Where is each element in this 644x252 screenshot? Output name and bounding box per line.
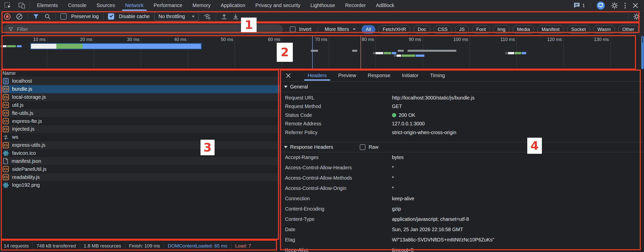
inspect-element-icon[interactable] [4,2,12,9]
request-row-util-js[interactable]: util.js [0,101,280,109]
tab-sources[interactable]: Sources [97,0,115,11]
network-conditions-icon[interactable] [203,13,211,20]
request-timing-bar[interactable] [17,45,22,47]
request-timing-bar[interactable] [508,52,514,54]
chip-font[interactable]: Font [472,25,490,34]
request-row-readability-js[interactable]: readability.js [0,173,280,181]
close-details-icon[interactable] [285,72,292,79]
tab-recorder[interactable]: Recorder [345,0,366,11]
request-row-injected-js[interactable]: injected.js [0,125,280,133]
tab-adblock[interactable]: AdBlock [376,0,394,11]
request-row-localhost[interactable]: localhost [0,77,280,85]
tab-performance[interactable]: Performance [154,0,183,11]
request-row-bundle-js[interactable]: bundle.js [0,85,280,93]
chip-js[interactable]: JS [455,25,469,34]
record-network-log-icon[interactable] [4,13,11,20]
request-timing-bar[interactable] [7,45,16,47]
request-timing-bar[interactable] [3,45,7,47]
overview-tick-label: 100 ms [446,37,468,42]
settings-gear-icon[interactable] [611,2,618,9]
raw-headers-checkbox[interactable] [360,144,366,150]
request-row-fte-utils-js[interactable]: fte-utils.js [0,109,280,117]
export-har-icon[interactable] [232,13,239,20]
response-headers-section-header[interactable]: Response Headers Raw [280,142,644,152]
chip-other[interactable]: Other [618,25,639,34]
chip-socket[interactable]: Socket [567,25,590,34]
tab-memory[interactable]: Memory [192,0,211,11]
name-column-header[interactable]: Name [0,70,280,77]
close-devtools-icon[interactable] [632,2,639,9]
response-header-rows: Accept-RangesbytesAccess-Control-Allow-H… [280,152,644,252]
throttling-select[interactable]: No throttling [154,12,199,21]
header-row-keep-alive: Keep-Alivetimeout=5 [280,245,644,252]
import-har-icon[interactable] [221,13,228,20]
request-timing-bar[interactable] [31,44,56,49]
filter-input-container[interactable] [4,24,283,34]
device-toolbar-icon[interactable] [18,2,26,9]
request-timing-bar[interactable] [397,55,401,57]
disable-cache-checkbox[interactable] [108,13,114,20]
request-row-express-utils-js[interactable]: express-utils.js [0,141,280,149]
details-tab-preview[interactable]: Preview [338,70,356,81]
search-icon[interactable] [44,13,51,20]
clear-network-log-icon[interactable] [16,13,23,20]
request-timing-bar[interactable] [505,52,508,54]
request-row-ws[interactable]: ws [0,133,280,141]
chip-css[interactable]: CSS [433,25,452,34]
header-value: GET [392,104,644,109]
tab-lighthouse[interactable]: Lighthouse [310,0,335,11]
network-overview-timeline[interactable]: 10 ms20 ms30 ms40 ms50 ms60 ms70 ms80 ms… [0,36,644,70]
request-timing-bar[interactable] [1,45,2,47]
tab-console[interactable]: Console [68,0,86,11]
tab-network[interactable]: Network [125,0,143,11]
header-row-status-code: Status Code200 OK [280,111,644,120]
chip-fetch-xhr[interactable]: Fetch/XHR [378,25,410,34]
request-timing-bar[interactable] [408,50,456,52]
general-section-header[interactable]: General [280,82,644,92]
request-row-local-storage-js[interactable]: local-storage.js [0,93,280,101]
request-timing-bar[interactable] [56,44,82,49]
request-timing-bar[interactable] [376,52,383,54]
details-tab-timing[interactable]: Timing [430,70,445,81]
chip-wasm[interactable]: Wasm [593,25,615,34]
request-name: sidePanelUtil.js [12,166,47,172]
feedback-chat-icon[interactable] [573,2,581,9]
request-timing-bar[interactable] [416,55,424,57]
request-timing-bar[interactable] [384,52,391,54]
request-timing-bar[interactable] [82,44,201,49]
request-row-manifest-json[interactable]: manifest.json [0,157,280,165]
request-timing-bar[interactable] [352,50,357,52]
more-options-kebab-icon[interactable] [624,2,626,9]
tab-application[interactable]: Application [221,0,245,11]
request-timing-bar[interactable] [398,50,404,52]
request-timing-bar[interactable] [394,55,397,57]
tab-privacy-and-security[interactable]: Privacy and security [255,0,300,11]
request-timing-bar[interactable] [401,55,415,57]
request-timing-bar[interactable] [522,52,527,54]
more-filters-button[interactable]: More filters [325,26,356,32]
chip-doc[interactable]: Doc [413,25,430,34]
overview-scrollbar-thumb[interactable] [641,36,644,69]
request-timing-bar[interactable] [373,52,376,54]
request-row-favicon-ico[interactable]: favicon.ico [0,149,280,157]
chip-all[interactable]: All [361,25,375,34]
preserve-log-checkbox[interactable] [60,13,67,20]
details-tab-initiator[interactable]: Initiator [402,70,419,81]
request-row-sidepanelutil-js[interactable]: sidePanelUtil.js [0,165,280,173]
chip-manifest[interactable]: Manifest [537,25,564,34]
invert-checkbox[interactable] [290,26,296,32]
request-timing-bar[interactable] [392,52,396,54]
filter-funnel-icon[interactable] [32,13,39,20]
request-timing-bar[interactable] [311,50,318,52]
details-tab-headers[interactable]: Headers [308,70,327,81]
chip-img[interactable]: Img [493,25,510,34]
details-tab-response[interactable]: Response [368,70,390,81]
chip-media[interactable]: Media [513,25,534,34]
gemini-assistant-icon[interactable] [596,1,605,10]
request-timing-bar[interactable] [515,52,521,54]
request-row-logo192-png[interactable]: logo192.png [0,181,280,189]
request-row-express-fte-js[interactable]: express-fte.js [0,117,280,125]
network-settings-gear-icon[interactable] [633,13,640,20]
tab-elements[interactable]: Elements [37,0,58,11]
filter-input[interactable] [16,26,278,32]
